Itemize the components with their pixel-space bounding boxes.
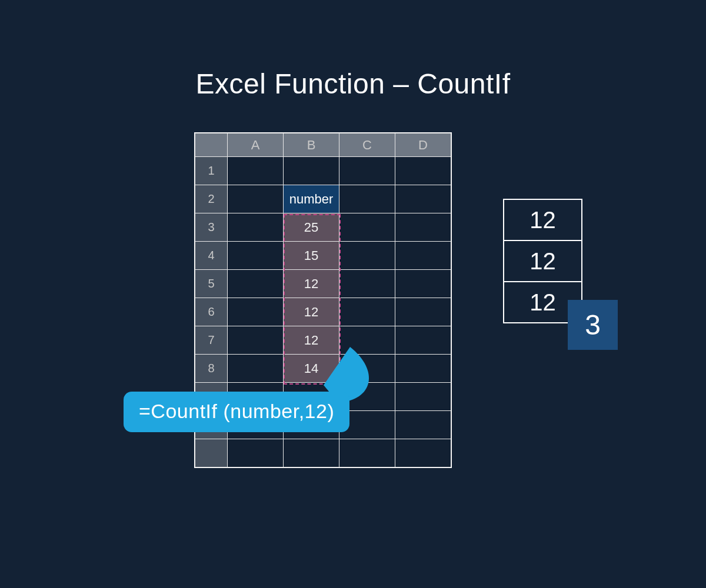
row-1: 1: [195, 157, 451, 185]
cell-a7: [228, 326, 284, 355]
cell-b1: [284, 157, 339, 185]
cell-d2: [395, 185, 451, 213]
cell-b4: 15: [284, 242, 339, 270]
row-header: 7: [195, 326, 228, 355]
cell-b5: 12: [284, 270, 339, 298]
row-11: [195, 439, 451, 467]
row-2: 2 number: [195, 185, 451, 213]
cell-c11: [339, 439, 395, 467]
formula-text: =CountIf (number,12): [139, 400, 334, 422]
row-header: 6: [195, 298, 228, 326]
row-6: 6 12: [195, 298, 451, 326]
row-4: 4 15: [195, 242, 451, 270]
cell-b2-range-name: number: [284, 185, 339, 213]
col-header-c: C: [339, 133, 395, 157]
row-header: 8: [195, 355, 228, 383]
row-header: 2: [195, 185, 228, 213]
cell-a3: [228, 213, 284, 242]
row-3: 3 25: [195, 213, 451, 242]
cell-c1: [339, 157, 395, 185]
row-header: [195, 439, 228, 467]
match-value: 12: [503, 200, 582, 241]
col-header-d: D: [395, 133, 451, 157]
cell-d3: [395, 213, 451, 242]
column-header-row: A B C D: [195, 133, 451, 157]
count-result-badge: 3: [568, 300, 618, 350]
cell-b6: 12: [284, 298, 339, 326]
cell-d10: [395, 411, 451, 439]
cell-c3: [339, 213, 395, 242]
row-8: 8 14: [195, 355, 451, 383]
cell-d7: [395, 326, 451, 355]
cell-d8: [395, 355, 451, 383]
corner-cell: [195, 133, 228, 157]
cell-a1: [228, 157, 284, 185]
row-7: 7 12: [195, 326, 451, 355]
row-header: 5: [195, 270, 228, 298]
cell-d4: [395, 242, 451, 270]
row-5: 5 12: [195, 270, 451, 298]
cell-c4: [339, 242, 395, 270]
cell-d11: [395, 439, 451, 467]
cell-d9: [395, 383, 451, 411]
cell-c6: [339, 298, 395, 326]
cell-c5: [339, 270, 395, 298]
page-title: Excel Function – CountIf: [0, 68, 706, 100]
formula-bubble: =CountIf (number,12): [124, 392, 349, 432]
cell-a2: [228, 185, 284, 213]
row-header: 4: [195, 242, 228, 270]
row-header: 3: [195, 213, 228, 242]
cell-d1: [395, 157, 451, 185]
count-illustration: 12 12 12 3: [503, 199, 582, 323]
match-value: 12: [503, 241, 582, 282]
cell-a4: [228, 242, 284, 270]
col-header-a: A: [228, 133, 284, 157]
cell-a5: [228, 270, 284, 298]
cell-d6: [395, 298, 451, 326]
col-header-b: B: [284, 133, 339, 157]
cell-a11: [228, 439, 284, 467]
cell-a8: [228, 355, 284, 383]
cell-a6: [228, 298, 284, 326]
row-header: 1: [195, 157, 228, 185]
cell-b3: 25: [284, 213, 339, 242]
cell-d5: [395, 270, 451, 298]
cell-b11: [284, 439, 339, 467]
cell-c2: [339, 185, 395, 213]
